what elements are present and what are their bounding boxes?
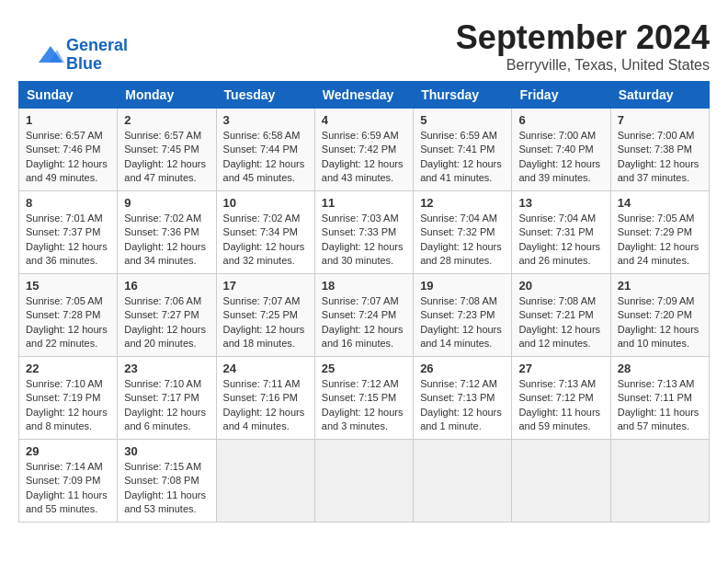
day-info: Sunrise: 7:13 AM Sunset: 7:11 PM Dayligh… xyxy=(618,377,702,434)
table-row: 25Sunrise: 7:12 AM Sunset: 7:15 PM Dayli… xyxy=(314,357,413,440)
table-row: 20Sunrise: 7:08 AM Sunset: 7:21 PM Dayli… xyxy=(512,274,610,357)
table-row: 17Sunrise: 7:07 AM Sunset: 7:25 PM Dayli… xyxy=(216,274,314,357)
table-row: 11Sunrise: 7:03 AM Sunset: 7:33 PM Dayli… xyxy=(314,191,413,274)
day-info: Sunrise: 7:10 AM Sunset: 7:19 PM Dayligh… xyxy=(26,377,110,434)
table-row: 8Sunrise: 7:01 AM Sunset: 7:37 PM Daylig… xyxy=(19,191,118,274)
day-number: 4 xyxy=(322,113,406,127)
day-number: 11 xyxy=(322,196,406,210)
day-info: Sunrise: 7:02 AM Sunset: 7:36 PM Dayligh… xyxy=(124,212,209,269)
table-row: 5Sunrise: 6:59 AM Sunset: 7:41 PM Daylig… xyxy=(414,109,512,191)
day-number: 5 xyxy=(420,113,505,127)
logo: General Blue xyxy=(37,37,128,74)
table-row: 19Sunrise: 7:08 AM Sunset: 7:23 PM Dayli… xyxy=(414,274,512,357)
weekday-monday: Monday xyxy=(118,82,216,109)
day-number: 16 xyxy=(124,279,209,293)
day-number: 2 xyxy=(124,113,209,127)
table-row: 26Sunrise: 7:12 AM Sunset: 7:13 PM Dayli… xyxy=(414,357,512,440)
table-row: 7Sunrise: 7:00 AM Sunset: 7:38 PM Daylig… xyxy=(610,109,709,191)
table-row: 6Sunrise: 7:00 AM Sunset: 7:40 PM Daylig… xyxy=(512,109,610,191)
logo-line1: General xyxy=(66,36,128,54)
day-info: Sunrise: 6:57 AM Sunset: 7:46 PM Dayligh… xyxy=(26,129,110,186)
day-number: 27 xyxy=(518,362,603,375)
day-info: Sunrise: 7:04 AM Sunset: 7:31 PM Dayligh… xyxy=(518,212,603,269)
table-row: 30Sunrise: 7:15 AM Sunset: 7:08 PM Dayli… xyxy=(118,440,216,523)
day-number: 28 xyxy=(618,362,702,375)
table-row xyxy=(216,440,314,523)
day-info: Sunrise: 7:02 AM Sunset: 7:34 PM Dayligh… xyxy=(223,212,308,269)
weekday-wednesday: Wednesday xyxy=(314,82,413,109)
day-number: 17 xyxy=(223,279,308,293)
day-number: 25 xyxy=(322,362,406,375)
day-number: 22 xyxy=(26,362,110,375)
day-number: 1 xyxy=(26,113,110,127)
day-info: Sunrise: 7:10 AM Sunset: 7:17 PM Dayligh… xyxy=(124,377,209,434)
table-row: 16Sunrise: 7:06 AM Sunset: 7:27 PM Dayli… xyxy=(118,274,216,357)
table-row xyxy=(512,440,610,523)
day-number: 3 xyxy=(223,113,308,127)
table-row: 2Sunrise: 6:57 AM Sunset: 7:45 PM Daylig… xyxy=(118,109,216,191)
day-number: 24 xyxy=(223,362,308,375)
table-row: 23Sunrise: 7:10 AM Sunset: 7:17 PM Dayli… xyxy=(118,357,216,440)
day-info: Sunrise: 7:12 AM Sunset: 7:13 PM Dayligh… xyxy=(420,377,505,434)
day-number: 21 xyxy=(618,279,702,293)
day-info: Sunrise: 6:58 AM Sunset: 7:44 PM Dayligh… xyxy=(223,129,308,186)
day-info: Sunrise: 7:09 AM Sunset: 7:20 PM Dayligh… xyxy=(618,294,702,351)
table-row: 15Sunrise: 7:05 AM Sunset: 7:28 PM Dayli… xyxy=(19,274,118,357)
day-info: Sunrise: 7:00 AM Sunset: 7:38 PM Dayligh… xyxy=(618,129,702,186)
day-info: Sunrise: 7:04 AM Sunset: 7:32 PM Dayligh… xyxy=(420,212,505,269)
table-row xyxy=(610,440,709,523)
day-info: Sunrise: 7:06 AM Sunset: 7:27 PM Dayligh… xyxy=(124,294,209,351)
day-number: 19 xyxy=(420,279,505,293)
day-number: 14 xyxy=(618,196,702,210)
calendar-body: 1Sunrise: 6:57 AM Sunset: 7:46 PM Daylig… xyxy=(19,109,710,523)
calendar-header-row: Sunday Monday Tuesday Wednesday Thursday… xyxy=(19,82,710,109)
day-info: Sunrise: 6:59 AM Sunset: 7:41 PM Dayligh… xyxy=(420,129,505,186)
day-number: 10 xyxy=(223,196,308,210)
table-row: 13Sunrise: 7:04 AM Sunset: 7:31 PM Dayli… xyxy=(512,191,610,274)
day-info: Sunrise: 7:14 AM Sunset: 7:09 PM Dayligh… xyxy=(26,460,110,517)
day-info: Sunrise: 7:07 AM Sunset: 7:25 PM Dayligh… xyxy=(223,294,308,351)
table-row: 1Sunrise: 6:57 AM Sunset: 7:46 PM Daylig… xyxy=(19,109,118,191)
table-row: 9Sunrise: 7:02 AM Sunset: 7:36 PM Daylig… xyxy=(118,191,216,274)
table-row: 28Sunrise: 7:13 AM Sunset: 7:11 PM Dayli… xyxy=(610,357,709,440)
day-info: Sunrise: 7:15 AM Sunset: 7:08 PM Dayligh… xyxy=(124,460,209,517)
table-row xyxy=(314,440,413,523)
day-info: Sunrise: 7:01 AM Sunset: 7:37 PM Dayligh… xyxy=(26,212,110,269)
day-info: Sunrise: 7:07 AM Sunset: 7:24 PM Dayligh… xyxy=(322,294,406,351)
weekday-saturday: Saturday xyxy=(610,82,709,109)
day-info: Sunrise: 7:13 AM Sunset: 7:12 PM Dayligh… xyxy=(518,377,603,434)
table-row: 14Sunrise: 7:05 AM Sunset: 7:29 PM Dayli… xyxy=(610,191,709,274)
day-number: 23 xyxy=(124,362,209,375)
day-info: Sunrise: 6:57 AM Sunset: 7:45 PM Dayligh… xyxy=(124,129,209,186)
day-number: 29 xyxy=(26,444,110,458)
day-info: Sunrise: 7:03 AM Sunset: 7:33 PM Dayligh… xyxy=(322,212,406,269)
day-info: Sunrise: 7:00 AM Sunset: 7:40 PM Dayligh… xyxy=(518,129,603,186)
table-row: 27Sunrise: 7:13 AM Sunset: 7:12 PM Dayli… xyxy=(512,357,610,440)
day-info: Sunrise: 7:12 AM Sunset: 7:15 PM Dayligh… xyxy=(322,377,406,434)
day-number: 13 xyxy=(518,196,603,210)
day-number: 7 xyxy=(618,113,702,127)
logo-line2: Blue xyxy=(66,55,128,74)
day-number: 18 xyxy=(322,279,406,293)
weekday-tuesday: Tuesday xyxy=(216,82,314,109)
day-info: Sunrise: 7:11 AM Sunset: 7:16 PM Dayligh… xyxy=(223,377,308,434)
table-row: 24Sunrise: 7:11 AM Sunset: 7:16 PM Dayli… xyxy=(216,357,314,440)
table-row: 10Sunrise: 7:02 AM Sunset: 7:34 PM Dayli… xyxy=(216,191,314,274)
day-number: 6 xyxy=(518,113,603,127)
day-info: Sunrise: 7:08 AM Sunset: 7:21 PM Dayligh… xyxy=(518,294,603,351)
table-row: 18Sunrise: 7:07 AM Sunset: 7:24 PM Dayli… xyxy=(314,274,413,357)
day-number: 20 xyxy=(518,279,603,293)
table-row: 12Sunrise: 7:04 AM Sunset: 7:32 PM Dayli… xyxy=(414,191,512,274)
day-number: 15 xyxy=(26,279,110,293)
table-row: 3Sunrise: 6:58 AM Sunset: 7:44 PM Daylig… xyxy=(216,109,314,191)
day-info: Sunrise: 6:59 AM Sunset: 7:42 PM Dayligh… xyxy=(322,129,406,186)
table-row xyxy=(414,440,512,523)
day-number: 30 xyxy=(124,444,209,458)
day-number: 12 xyxy=(420,196,505,210)
table-row: 21Sunrise: 7:09 AM Sunset: 7:20 PM Dayli… xyxy=(610,274,709,357)
calendar-table: Sunday Monday Tuesday Wednesday Thursday… xyxy=(18,81,710,523)
day-number: 26 xyxy=(420,362,505,375)
day-info: Sunrise: 7:08 AM Sunset: 7:23 PM Dayligh… xyxy=(420,294,505,351)
day-number: 8 xyxy=(26,196,110,210)
table-row: 29Sunrise: 7:14 AM Sunset: 7:09 PM Dayli… xyxy=(19,440,118,523)
